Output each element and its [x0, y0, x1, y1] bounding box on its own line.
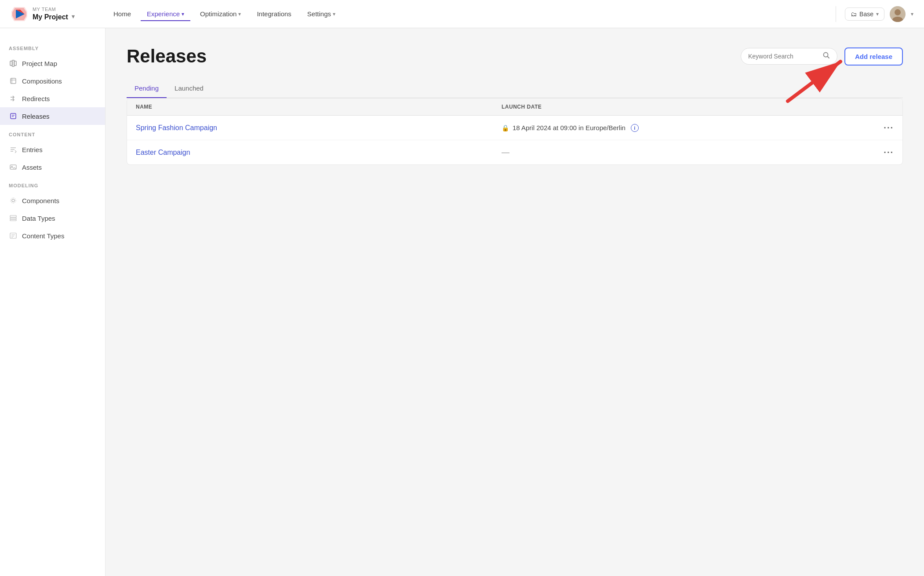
col-header-name: NAME: [136, 104, 502, 110]
nav-experience[interactable]: Experience ▾: [141, 7, 190, 21]
app-logo: [11, 5, 28, 23]
nav-divider: [836, 6, 836, 22]
release-name-spring[interactable]: Spring Fashion Campaign: [136, 124, 502, 132]
sidebar-item-project-map[interactable]: Project Map: [0, 55, 105, 72]
release-name-easter[interactable]: Easter Campaign: [136, 149, 502, 157]
topnav: MY TEAM My Project ▾ Home Experience ▾ O…: [0, 0, 924, 28]
main-content: Releases Add release Pending Launched: [105, 28, 924, 576]
search-box[interactable]: [741, 48, 837, 65]
sidebar-item-entries[interactable]: Entries: [0, 141, 105, 158]
env-label: Base: [859, 11, 873, 18]
table-row: Spring Fashion Campaign 🔒 18 April 2024 …: [127, 116, 902, 140]
sidebar-section-modeling: MODELING: [0, 176, 105, 192]
components-icon: [9, 196, 18, 205]
more-actions-spring[interactable]: ···: [867, 123, 894, 133]
page-header-actions: Add release: [741, 47, 903, 66]
search-icon: [823, 52, 830, 61]
user-avatar[interactable]: [890, 6, 906, 22]
svg-rect-28: [10, 219, 16, 221]
team-label: MY TEAM: [33, 7, 75, 12]
redirects-icon: [9, 94, 18, 103]
launch-date-text-spring: 18 April 2024 at 09:00 in Europe/Berlin: [513, 124, 626, 131]
nav-links: Home Experience ▾ Optimization ▾ Integra…: [107, 7, 832, 21]
release-date-spring: 🔒 18 April 2024 at 09:00 in Europe/Berli…: [502, 124, 867, 132]
svg-point-6: [895, 9, 901, 15]
content-types-icon: [9, 231, 18, 240]
svg-point-24: [12, 199, 15, 202]
sidebar: ASSEMBLY Project Map Compositions: [0, 28, 105, 576]
compositions-icon: [9, 77, 18, 85]
more-actions-easter[interactable]: ···: [867, 147, 894, 157]
nav-settings[interactable]: Settings ▾: [301, 7, 342, 21]
page-header: Releases Add release: [127, 46, 903, 67]
col-header-actions: [867, 104, 894, 110]
nav-integrations[interactable]: Integrations: [251, 7, 297, 21]
sidebar-label-project-map: Project Map: [22, 60, 57, 67]
map-icon: [9, 59, 18, 68]
entries-icon: [9, 145, 18, 154]
sidebar-label-entries: Entries: [22, 146, 43, 153]
info-icon-spring[interactable]: i: [631, 124, 639, 132]
releases-table: NAME LAUNCH DATE Spring Fashion Campaign…: [127, 98, 903, 165]
sidebar-item-content-types[interactable]: Content Types: [0, 227, 105, 244]
table-row: Easter Campaign — ···: [127, 140, 902, 164]
svg-rect-26: [10, 215, 16, 217]
env-icon: 🗂: [851, 11, 857, 18]
tab-launched[interactable]: Launched: [167, 79, 211, 98]
sidebar-label-compositions: Compositions: [22, 77, 62, 85]
sidebar-label-assets: Assets: [22, 164, 42, 171]
sidebar-label-data-types: Data Types: [22, 215, 55, 222]
optimization-chevron-icon: ▾: [238, 11, 241, 17]
launch-date-dash-easter: —: [502, 148, 509, 157]
sidebar-item-assets[interactable]: Assets: [0, 158, 105, 176]
sidebar-item-components[interactable]: Components: [0, 192, 105, 209]
sidebar-item-compositions[interactable]: Compositions: [0, 72, 105, 90]
search-input[interactable]: [748, 53, 819, 60]
sidebar-section-assembly: ASSEMBLY: [0, 39, 105, 55]
sidebar-label-content-types: Content Types: [22, 232, 64, 240]
sidebar-section-content: CONTENT: [0, 125, 105, 141]
avatar-chevron-icon[interactable]: ▾: [911, 11, 913, 17]
sidebar-item-data-types[interactable]: Data Types: [0, 209, 105, 227]
logo-area: MY TEAM My Project ▾: [11, 5, 107, 23]
sidebar-item-releases[interactable]: Releases: [0, 107, 105, 125]
svg-rect-27: [10, 218, 16, 219]
env-chevron-icon: ▾: [876, 11, 879, 17]
data-types-icon: [9, 214, 18, 222]
release-date-easter: —: [502, 148, 867, 157]
svg-rect-10: [12, 60, 15, 66]
nav-home[interactable]: Home: [107, 7, 137, 21]
lock-icon: 🔒: [502, 124, 509, 131]
project-chevron-icon: ▾: [72, 13, 75, 20]
settings-chevron-icon: ▾: [333, 11, 335, 17]
releases-icon: [9, 112, 18, 120]
add-release-button[interactable]: Add release: [844, 47, 903, 66]
sidebar-item-redirects[interactable]: Redirects: [0, 90, 105, 107]
experience-chevron-icon: ▾: [182, 11, 184, 17]
tab-pending[interactable]: Pending: [127, 79, 167, 98]
page-title: Releases: [127, 46, 207, 67]
assets-icon: [9, 163, 18, 171]
svg-rect-29: [10, 233, 16, 238]
logo-text: MY TEAM My Project ▾: [33, 7, 75, 21]
svg-rect-11: [11, 78, 16, 84]
topnav-right: 🗂 Base ▾ ▾: [832, 6, 913, 22]
table-header: NAME LAUNCH DATE: [127, 98, 902, 116]
sidebar-label-redirects: Redirects: [22, 95, 50, 102]
project-name[interactable]: My Project ▾: [33, 13, 75, 21]
svg-point-25: [11, 198, 16, 203]
env-selector[interactable]: 🗂 Base ▾: [845, 7, 884, 21]
tabs: Pending Launched: [127, 79, 903, 98]
sidebar-label-components: Components: [22, 197, 59, 204]
svg-line-34: [827, 57, 829, 58]
sidebar-label-releases: Releases: [22, 113, 50, 120]
col-header-launch-date: LAUNCH DATE: [502, 104, 867, 110]
nav-optimization[interactable]: Optimization ▾: [194, 7, 247, 21]
svg-rect-16: [11, 113, 16, 119]
layout: ASSEMBLY Project Map Compositions: [0, 0, 924, 576]
